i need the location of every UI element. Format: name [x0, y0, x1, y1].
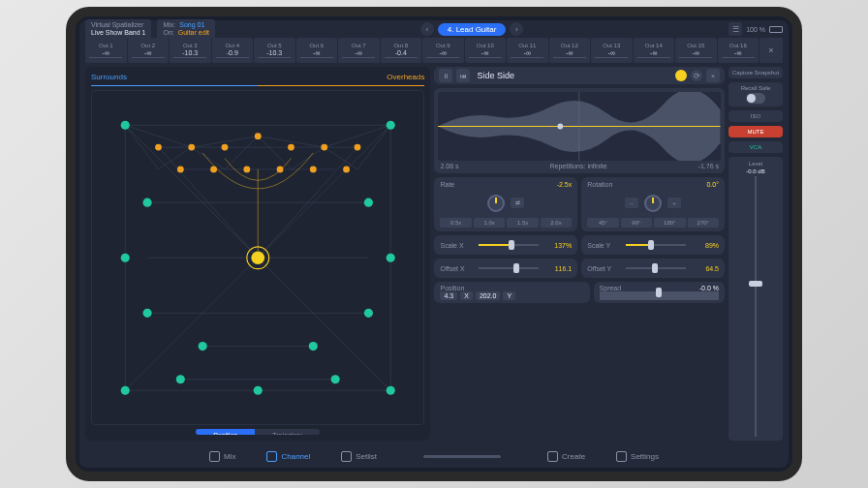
project-info[interactable]: Virtual Spatializer Live Show Band 1	[85, 19, 151, 38]
svg-point-10	[309, 342, 318, 351]
mute-button[interactable]: MUTE	[728, 126, 783, 137]
rotation-preset[interactable]: 180°	[654, 218, 685, 228]
rotation-preset[interactable]: 90°	[621, 218, 652, 228]
tab-position[interactable]: Position	[196, 429, 255, 435]
output-channel[interactable]: Out 12-∞	[549, 38, 591, 63]
prev-channel-button[interactable]: ‹	[420, 22, 434, 36]
output-channel[interactable]: Out 6-∞	[296, 38, 338, 63]
output-channel[interactable]: Out 2-∞	[128, 38, 170, 63]
output-channel[interactable]: Out 10-∞	[465, 38, 507, 63]
svg-point-16	[222, 144, 229, 151]
tab-trajectory[interactable]: Trajectory	[255, 429, 320, 435]
output-channel[interactable]: Out 3-10.3	[170, 38, 211, 63]
overheads-label[interactable]: Overheads	[387, 73, 424, 81]
output-channel[interactable]: Out 14-∞	[634, 38, 675, 63]
offset-x-slider[interactable]: Offset X 116.1	[434, 259, 577, 278]
output-channel[interactable]: Out 9-∞	[422, 38, 464, 63]
capture-snapshot-button[interactable]: Capture Snapshot	[728, 67, 783, 78]
project-line2: Live Show Band 1	[91, 29, 145, 37]
side-panel: Capture Snapshot Recall Safe ISO MUTE VC…	[728, 67, 783, 441]
rotation-preset[interactable]: 45°	[587, 218, 618, 228]
output-channel[interactable]: Out 1-∞	[85, 38, 127, 63]
trajectory-title: Side Side	[477, 71, 514, 80]
svg-point-21	[210, 166, 217, 172]
rate-knob[interactable]	[487, 195, 505, 212]
rate-preset[interactable]: 0.5x	[440, 218, 471, 228]
output-channel[interactable]: Out 16-∞	[718, 38, 760, 63]
nav-mix[interactable]: Mix	[209, 451, 235, 462]
svg-point-23	[277, 166, 284, 172]
project-line1: Virtual Spatializer	[91, 21, 145, 29]
svg-point-20	[177, 166, 184, 172]
nav-create[interactable]: Create	[547, 451, 585, 462]
rotation-preset[interactable]: 270°	[688, 218, 719, 228]
nav-setlist[interactable]: Setlist	[341, 451, 377, 462]
svg-point-19	[321, 144, 327, 151]
svg-point-7	[176, 375, 185, 383]
loop-icon[interactable]: ⟳	[691, 70, 702, 81]
waveform-panel: 2.08 s Repetitions: infinite -1.76 s	[434, 88, 725, 173]
scale-y-slider[interactable]: Scale Y 89%	[581, 235, 725, 255]
recall-safe-toggle[interactable]: Recall Safe	[728, 82, 783, 107]
svg-point-6	[254, 386, 263, 395]
spread-slider[interactable]	[600, 291, 719, 300]
svg-point-5	[387, 254, 395, 262]
rotation-knob[interactable]	[644, 195, 662, 212]
create-icon	[547, 451, 558, 462]
indicator-yellow[interactable]	[675, 70, 687, 81]
nav-settings[interactable]: Settings	[616, 451, 659, 462]
close-outputs-button[interactable]: ×	[760, 38, 783, 63]
next-channel-button[interactable]: ›	[510, 22, 523, 36]
svg-point-13	[143, 198, 152, 206]
rate-preset[interactable]: 1.0x	[474, 218, 505, 228]
svg-point-14	[364, 198, 373, 206]
wave-end: -1.76 s	[698, 163, 719, 169]
rotation-panel: Rotation0.0° − + 45° 90° 180° 270°	[581, 177, 725, 231]
rotation-minus-button[interactable]: −	[625, 198, 638, 208]
setlist-icon	[341, 451, 352, 462]
rate-preset[interactable]: 2.0x	[541, 218, 572, 228]
nav-channel[interactable]: Channel	[266, 451, 310, 462]
spatial-canvas[interactable]	[91, 90, 424, 425]
position-y[interactable]: 202.0	[476, 291, 501, 300]
mix-info[interactable]: Mix:Song 01 On:Guitar edit	[157, 19, 215, 38]
vca-button[interactable]: VCA	[728, 141, 783, 153]
output-channel[interactable]: Out 11-∞	[507, 38, 548, 63]
output-channel[interactable]: Out 4-0.9	[212, 38, 254, 63]
surrounds-label[interactable]: Surrounds	[91, 73, 127, 81]
svg-point-11	[143, 309, 152, 318]
svg-point-25	[343, 166, 350, 172]
output-channel[interactable]: Out 5-10.3	[254, 38, 295, 63]
settings-nav-icon	[616, 451, 627, 462]
home-indicator	[423, 455, 501, 458]
battery-level: 100 %	[746, 26, 765, 33]
position-x[interactable]: 4.3	[440, 291, 457, 300]
output-channel[interactable]: Out 7-∞	[338, 38, 380, 63]
svg-point-28	[251, 251, 264, 264]
svg-point-4	[121, 254, 130, 262]
level-fader[interactable]: Level -0.0 dB	[728, 157, 783, 441]
rate-preset[interactable]: 1.5x	[507, 218, 538, 228]
pause-button[interactable]: ⏸	[439, 69, 452, 82]
rate-reverse-button[interactable]: ⇄	[511, 198, 524, 208]
output-channel[interactable]: Out 15-∞	[675, 38, 717, 63]
channel-chip[interactable]: 4. Lead Guitar	[438, 23, 507, 36]
svg-point-0	[121, 121, 130, 130]
svg-point-22	[243, 166, 250, 172]
svg-point-26	[155, 144, 162, 151]
svg-point-32	[558, 123, 564, 129]
waveform-display[interactable]	[438, 92, 721, 161]
rotation-plus-button[interactable]: +	[667, 198, 681, 208]
output-channel[interactable]: Out 13-∞	[591, 38, 633, 63]
output-channel[interactable]: Out 8-0.4	[381, 38, 422, 63]
svg-point-17	[255, 133, 262, 139]
skip-button[interactable]: ⏮	[456, 69, 470, 82]
svg-point-2	[121, 386, 130, 395]
iso-button[interactable]: ISO	[728, 110, 783, 122]
close-panel-button[interactable]: ×	[706, 69, 720, 82]
offset-y-slider[interactable]: Offset Y 64.5	[581, 259, 725, 278]
settings-icon[interactable]: ☰	[728, 22, 742, 36]
wave-start: 2.08 s	[440, 163, 458, 169]
scale-x-slider[interactable]: Scale X 137%	[434, 235, 577, 255]
bottom-nav: Mix Channel Setlist Create Settings	[79, 444, 789, 468]
